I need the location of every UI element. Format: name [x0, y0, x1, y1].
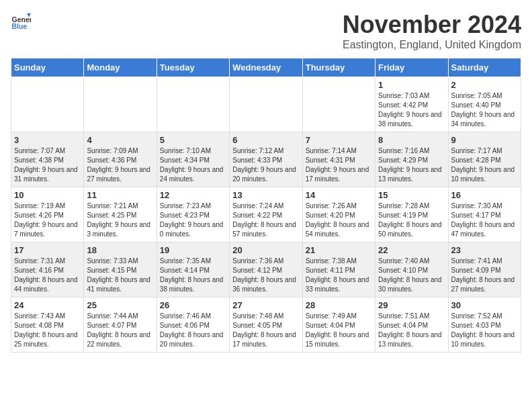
calendar-cell: [157, 77, 229, 132]
calendar-cell: 27Sunrise: 7:48 AMSunset: 4:05 PMDayligh…: [230, 298, 302, 353]
calendar-cell: [11, 77, 84, 132]
day-info: Sunrise: 7:30 AMSunset: 4:17 PMDaylight:…: [451, 201, 518, 239]
day-number: 23: [451, 245, 518, 255]
calendar-cell: 22Sunrise: 7:40 AMSunset: 4:10 PMDayligh…: [375, 242, 448, 298]
day-info: Sunrise: 7:44 AMSunset: 4:07 PMDaylight:…: [87, 312, 153, 349]
day-header: Monday: [84, 58, 157, 77]
calendar-cell: 30Sunrise: 7:52 AMSunset: 4:03 PMDayligh…: [448, 298, 521, 353]
day-number: 14: [306, 190, 372, 200]
svg-text:Blue: Blue: [12, 22, 28, 30]
calendar-cell: 5Sunrise: 7:10 AMSunset: 4:34 PMDaylight…: [157, 132, 229, 187]
day-number: 28: [306, 300, 372, 310]
day-number: 25: [87, 300, 153, 310]
day-number: 20: [232, 245, 299, 255]
calendar-cell: 12Sunrise: 7:23 AMSunset: 4:23 PMDayligh…: [157, 187, 229, 242]
calendar-cell: [302, 77, 375, 132]
day-number: 18: [87, 245, 153, 255]
day-info: Sunrise: 7:10 AMSunset: 4:34 PMDaylight:…: [160, 146, 226, 184]
day-info: Sunrise: 7:48 AMSunset: 4:05 PMDaylight:…: [232, 312, 299, 349]
day-number: 6: [232, 135, 299, 145]
day-header: Sunday: [11, 58, 84, 77]
day-header: Wednesday: [230, 58, 302, 77]
day-number: 9: [451, 135, 518, 145]
day-info: Sunrise: 7:24 AMSunset: 4:22 PMDaylight:…: [232, 201, 299, 239]
day-number: 22: [378, 245, 445, 255]
day-number: 17: [14, 245, 81, 255]
day-info: Sunrise: 7:07 AMSunset: 4:38 PMDaylight:…: [14, 146, 81, 184]
day-info: Sunrise: 7:43 AMSunset: 4:08 PMDaylight:…: [14, 312, 81, 349]
day-number: 4: [87, 135, 153, 145]
day-info: Sunrise: 7:21 AMSunset: 4:25 PMDaylight:…: [87, 201, 153, 239]
day-info: Sunrise: 7:35 AMSunset: 4:14 PMDaylight:…: [160, 257, 226, 294]
logo-icon: General Blue: [11, 11, 31, 31]
day-info: Sunrise: 7:09 AMSunset: 4:36 PMDaylight:…: [87, 146, 153, 184]
day-info: Sunrise: 7:17 AMSunset: 4:28 PMDaylight:…: [451, 146, 518, 184]
day-header: Friday: [375, 58, 448, 77]
calendar-cell: 21Sunrise: 7:38 AMSunset: 4:11 PMDayligh…: [302, 242, 375, 298]
header: General Blue November 2024 Eastington, E…: [11, 11, 521, 51]
day-info: Sunrise: 7:12 AMSunset: 4:33 PMDaylight:…: [232, 146, 299, 184]
calendar-table: SundayMondayTuesdayWednesdayThursdayFrid…: [11, 58, 521, 353]
calendar-cell: 28Sunrise: 7:49 AMSunset: 4:04 PMDayligh…: [302, 298, 375, 353]
day-number: 16: [451, 190, 518, 200]
day-info: Sunrise: 7:46 AMSunset: 4:06 PMDaylight:…: [160, 312, 226, 349]
calendar-cell: 20Sunrise: 7:36 AMSunset: 4:12 PMDayligh…: [230, 242, 302, 298]
day-info: Sunrise: 7:19 AMSunset: 4:26 PMDaylight:…: [14, 201, 81, 239]
day-info: Sunrise: 7:51 AMSunset: 4:04 PMDaylight:…: [378, 312, 445, 349]
day-number: 1: [378, 80, 445, 90]
calendar-cell: 8Sunrise: 7:16 AMSunset: 4:29 PMDaylight…: [375, 132, 448, 187]
day-number: 26: [160, 300, 226, 310]
calendar-cell: [84, 77, 157, 132]
calendar-cell: 17Sunrise: 7:31 AMSunset: 4:16 PMDayligh…: [11, 242, 84, 298]
day-info: Sunrise: 7:49 AMSunset: 4:04 PMDaylight:…: [306, 312, 372, 349]
calendar-cell: 14Sunrise: 7:26 AMSunset: 4:20 PMDayligh…: [302, 187, 375, 242]
day-number: 15: [378, 190, 445, 200]
calendar-week: 3Sunrise: 7:07 AMSunset: 4:38 PMDaylight…: [11, 132, 521, 187]
calendar-cell: [230, 77, 302, 132]
calendar-cell: 15Sunrise: 7:28 AMSunset: 4:19 PMDayligh…: [375, 187, 448, 242]
day-number: 5: [160, 135, 226, 145]
calendar-week: 24Sunrise: 7:43 AMSunset: 4:08 PMDayligh…: [11, 298, 521, 353]
calendar-week: 1Sunrise: 7:03 AMSunset: 4:42 PMDaylight…: [11, 77, 521, 132]
calendar-cell: 11Sunrise: 7:21 AMSunset: 4:25 PMDayligh…: [84, 187, 157, 242]
calendar-cell: 19Sunrise: 7:35 AMSunset: 4:14 PMDayligh…: [157, 242, 229, 298]
logo: General Blue: [11, 11, 31, 31]
header-row: SundayMondayTuesdayWednesdayThursdayFrid…: [11, 58, 521, 77]
calendar-week: 17Sunrise: 7:31 AMSunset: 4:16 PMDayligh…: [11, 242, 521, 298]
day-number: 13: [232, 190, 299, 200]
day-number: 10: [14, 190, 81, 200]
calendar-cell: 25Sunrise: 7:44 AMSunset: 4:07 PMDayligh…: [84, 298, 157, 353]
day-header: Tuesday: [157, 58, 229, 77]
day-number: 29: [378, 300, 445, 310]
calendar-cell: 9Sunrise: 7:17 AMSunset: 4:28 PMDaylight…: [448, 132, 521, 187]
day-info: Sunrise: 7:40 AMSunset: 4:10 PMDaylight:…: [378, 257, 445, 294]
day-number: 11: [87, 190, 153, 200]
title-area: November 2024 Eastington, England, Unite…: [343, 11, 521, 51]
day-info: Sunrise: 7:28 AMSunset: 4:19 PMDaylight:…: [378, 201, 445, 239]
calendar-cell: 2Sunrise: 7:05 AMSunset: 4:40 PMDaylight…: [448, 77, 521, 132]
day-number: 8: [378, 135, 445, 145]
day-info: Sunrise: 7:05 AMSunset: 4:40 PMDaylight:…: [451, 91, 518, 129]
day-info: Sunrise: 7:36 AMSunset: 4:12 PMDaylight:…: [232, 257, 299, 294]
day-info: Sunrise: 7:26 AMSunset: 4:20 PMDaylight:…: [306, 201, 372, 239]
calendar-cell: 18Sunrise: 7:33 AMSunset: 4:15 PMDayligh…: [84, 242, 157, 298]
subtitle: Eastington, England, United Kingdom: [343, 39, 521, 51]
day-number: 3: [14, 135, 81, 145]
calendar-cell: 24Sunrise: 7:43 AMSunset: 4:08 PMDayligh…: [11, 298, 84, 353]
day-info: Sunrise: 7:38 AMSunset: 4:11 PMDaylight:…: [306, 257, 372, 294]
calendar-cell: 4Sunrise: 7:09 AMSunset: 4:36 PMDaylight…: [84, 132, 157, 187]
day-info: Sunrise: 7:41 AMSunset: 4:09 PMDaylight:…: [451, 257, 518, 294]
day-number: 27: [232, 300, 299, 310]
calendar-cell: 6Sunrise: 7:12 AMSunset: 4:33 PMDaylight…: [230, 132, 302, 187]
day-info: Sunrise: 7:33 AMSunset: 4:15 PMDaylight:…: [87, 257, 153, 294]
day-info: Sunrise: 7:23 AMSunset: 4:23 PMDaylight:…: [160, 201, 226, 239]
day-header: Thursday: [302, 58, 375, 77]
day-number: 2: [451, 80, 518, 90]
day-number: 30: [451, 300, 518, 310]
day-header: Saturday: [448, 58, 521, 77]
calendar-cell: 1Sunrise: 7:03 AMSunset: 4:42 PMDaylight…: [375, 77, 448, 132]
day-info: Sunrise: 7:03 AMSunset: 4:42 PMDaylight:…: [378, 91, 445, 129]
month-title: November 2024: [343, 11, 521, 39]
day-number: 24: [14, 300, 81, 310]
day-info: Sunrise: 7:16 AMSunset: 4:29 PMDaylight:…: [378, 146, 445, 184]
